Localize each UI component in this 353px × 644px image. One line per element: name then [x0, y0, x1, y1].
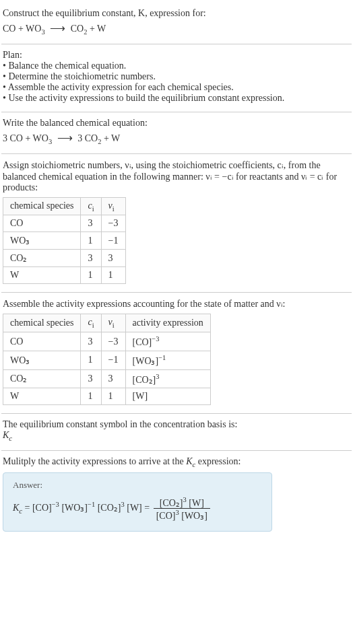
eq-lhs-sub: 3 — [41, 28, 44, 36]
arrow-icon: ⟶ — [55, 132, 75, 143]
answer-expression: Kc = [CO]−3 [WO₃]−1 [CO₂]3 [W] = [CO₂]3 … — [13, 496, 262, 522]
term: [CO₂]3 — [98, 503, 125, 513]
plan-title: Plan: — [3, 50, 350, 61]
unbalanced-equation: CO + WO3 ⟶ CO2 + W — [3, 22, 350, 36]
act-base: [CO] — [133, 337, 152, 347]
cell: 3 — [81, 332, 101, 351]
cell: 1 — [81, 267, 101, 284]
act-exp: −3 — [152, 335, 159, 343]
plan-item: • Assemble the activity expression for e… — [3, 82, 350, 93]
table-row: CO 3 −3 — [3, 215, 126, 232]
eq-lhs-sub: 3 — [49, 138, 52, 145]
cell: CO₂ — [3, 250, 81, 267]
cell: [WO₃]−1 — [125, 351, 210, 369]
cell: −3 — [101, 215, 125, 232]
cell: 1 — [81, 232, 101, 250]
kc-sub: c — [9, 435, 12, 442]
answer-box: Answer: Kc = [CO]−3 [WO₃]−1 [CO₂]3 [W] =… — [3, 472, 272, 532]
plan-item: • Balance the chemical equation. — [3, 61, 350, 71]
balanced-text: Write the balanced chemical equation: — [3, 118, 350, 129]
cell: [W] — [125, 388, 210, 405]
kc-k: K — [3, 430, 9, 440]
prompt-line: Construct the equilibrium constant, K, e… — [3, 8, 350, 19]
frac-den: [CO]3 [WO₃] — [154, 509, 210, 522]
table-header: νi — [101, 314, 125, 332]
table-header: chemical species — [3, 314, 81, 332]
table-row: CO₂ 3 3 [CO₂]3 — [3, 369, 211, 388]
table-header: chemical species — [3, 197, 81, 215]
cell: −3 — [101, 332, 125, 351]
eq-rhs1: 3 CO — [77, 133, 98, 143]
kc-symbol-text: The equilibrium constant symbol in the c… — [3, 419, 350, 430]
table-header: νi — [101, 197, 125, 215]
kc-sub: c — [19, 507, 22, 515]
eq-lhs: 3 CO + WO — [3, 133, 49, 143]
page: Construct the equilibrium constant, K, e… — [0, 0, 353, 542]
cell: 3 — [101, 250, 125, 267]
eq-rhs2: + W — [101, 133, 120, 143]
act-exp: 3 — [156, 373, 159, 380]
cell: CO₂ — [3, 369, 81, 388]
eq-rhs2: + W — [87, 24, 106, 34]
activity-section: Assemble the activity expressions accoun… — [1, 293, 352, 413]
arrow-icon: ⟶ — [47, 22, 68, 34]
cell: 1 — [81, 388, 101, 405]
stoich-table: chemical species ci νi CO 3 −3 WO₃ 1 −1 … — [3, 197, 126, 285]
eq-sign: = — [25, 503, 32, 513]
table-row: WO₃ 1 −1 [WO₃]−1 — [3, 351, 211, 369]
cell: CO — [3, 332, 81, 351]
cell: 1 — [101, 388, 125, 405]
plan-item: • Use the activity expressions to build … — [3, 93, 350, 104]
cell: −1 — [101, 351, 125, 369]
table-header-row: chemical species ci νi — [3, 197, 126, 215]
act-base: [WO₃] — [133, 356, 159, 366]
table-row: W 1 1 [W] — [3, 388, 211, 405]
term: [WO₃]−1 — [61, 503, 95, 513]
cell: 3 — [81, 369, 101, 388]
table-row: W 1 1 — [3, 267, 126, 284]
eq-rhs1: CO — [71, 24, 84, 34]
table-header: activity expression — [125, 314, 210, 332]
cell: WO₃ — [3, 351, 81, 369]
table-row: CO₂ 3 3 — [3, 250, 126, 267]
cell: CO — [3, 215, 81, 232]
act-exp: −1 — [158, 354, 166, 361]
frac-num: [CO₂]3 [W] — [154, 496, 210, 509]
cell: W — [3, 388, 81, 405]
activity-intro: Assemble the activity expressions accoun… — [3, 298, 350, 310]
cell: 3 — [101, 369, 125, 388]
cell: W — [3, 267, 81, 284]
prompt-text: Construct the equilibrium constant, K, e… — [3, 8, 206, 18]
act-base: [CO₂] — [133, 374, 156, 384]
eq-sign2: = — [144, 503, 152, 513]
answer-section: Mulitply the activity expressions to arr… — [1, 451, 352, 540]
kc-symbol: Kc — [3, 430, 350, 442]
act-base: [W] — [133, 391, 148, 401]
eq-lhs: CO + WO — [3, 24, 41, 34]
table-header: ci — [81, 197, 101, 215]
balanced-section: Write the balanced chemical equation: 3 … — [1, 112, 352, 153]
term: [CO]−3 — [32, 503, 59, 513]
kc-k: K — [13, 503, 19, 513]
cell: 3 — [81, 250, 101, 267]
cell: 1 — [101, 267, 125, 284]
fraction: [CO₂]3 [W] [CO]3 [WO₃] — [154, 496, 210, 522]
table-header: ci — [81, 314, 101, 332]
cell: −1 — [101, 232, 125, 250]
activity-table: chemical species ci νi activity expressi… — [3, 314, 211, 405]
cell: [CO]−3 — [125, 332, 210, 351]
plan-item: • Determine the stoichiometric numbers. — [3, 71, 350, 82]
prompt-section: Construct the equilibrium constant, K, e… — [1, 3, 352, 44]
table-row: WO₃ 1 −1 — [3, 232, 126, 250]
cell: [CO₂]3 — [125, 369, 210, 388]
kc-symbol-section: The equilibrium constant symbol in the c… — [1, 414, 352, 450]
stoich-section: Assign stoichiometric numbers, νᵢ, using… — [1, 154, 352, 293]
cell: 1 — [81, 351, 101, 369]
term: [W] — [127, 503, 142, 513]
cell: WO₃ — [3, 232, 81, 250]
balanced-equation: 3 CO + WO3 ⟶ 3 CO2 + W — [3, 131, 350, 145]
multiply-text: Mulitply the activity expressions to arr… — [3, 456, 350, 468]
answer-label: Answer: — [13, 480, 262, 491]
cell: 3 — [81, 215, 101, 232]
table-row: CO 3 −3 [CO]−3 — [3, 332, 211, 351]
